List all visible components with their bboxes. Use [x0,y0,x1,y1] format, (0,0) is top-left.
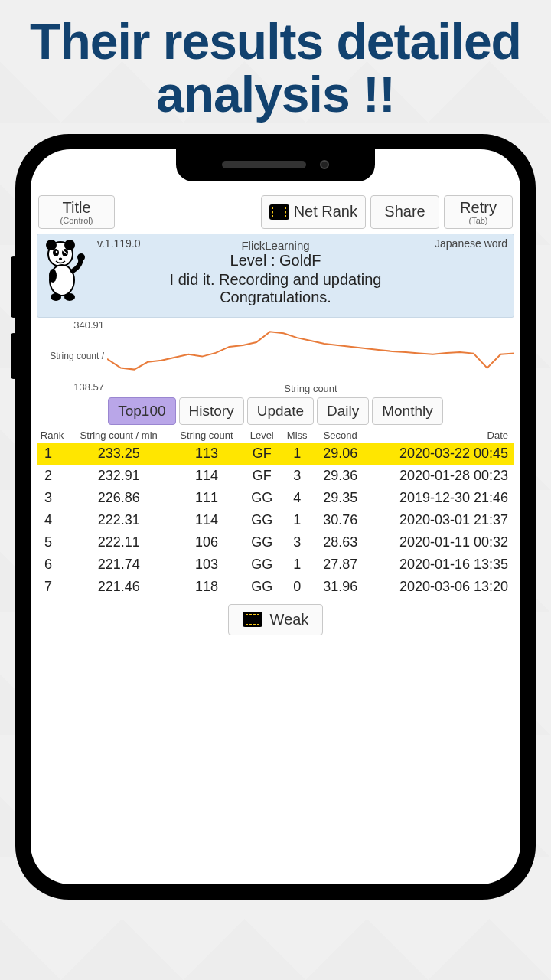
panda-mascot-icon [39,236,94,305]
tab-update[interactable]: Update [247,397,314,425]
promo-headline: Their results detailed analysis !! [0,0,551,129]
chart-y-axis: 340.91 String count / 138.57 [37,319,107,393]
svg-point-7 [59,257,62,260]
col-miss: Miss [281,428,314,443]
col-rank: Rank [37,428,67,443]
result-message: I did it. Recording and updating Congrat… [44,271,507,306]
phone-screen: Title (Control) Net Rank Share Retry (Ta… [31,149,520,884]
weak-button[interactable]: Weak [228,604,324,635]
result-info-panel: v.1.119.0 Japanese word FlickLearning Le… [37,234,514,318]
table-header-row: Rank String count / min String count Lev… [37,428,514,443]
svg-point-1 [46,240,57,250]
phone-notch [176,148,375,181]
retry-label: Retry [460,199,497,217]
svg-point-5 [56,250,58,253]
svg-point-12 [64,293,75,301]
retry-sub: (Tab) [468,217,487,225]
version-label: v.1.119.0 [97,237,141,250]
col-count: String count [170,428,243,443]
phone-frame: Title (Control) Net Rank Share Retry (Ta… [15,134,536,900]
col-second: Second [314,428,367,443]
table-row[interactable]: 2232.91114GF329.362020-01-28 00:23 [37,465,514,487]
results-table: Rank String count / min String count Lev… [37,428,514,598]
level-label: Level : GoldF [44,252,507,270]
weak-label: Weak [270,611,309,629]
chart-y-label: String count / [37,351,104,361]
svg-point-11 [51,293,61,301]
chart-y-min: 138.57 [37,381,104,393]
video-ad-icon [269,204,289,220]
col-date: Date [367,428,514,443]
share-button[interactable]: Share [370,195,439,229]
svg-point-2 [64,240,75,250]
table-row[interactable]: 1233.25113GF129.062020-03-22 00:45 [37,443,514,465]
table-row[interactable]: 3226.86111GG429.352019-12-30 21:46 [37,487,514,509]
col-level: Level [243,428,281,443]
chart-x-label: String count [107,383,514,394]
svg-point-10 [77,253,85,261]
tab-daily[interactable]: Daily [317,397,369,425]
share-label: Share [384,203,425,220]
tab-history[interactable]: History [179,397,244,425]
title-button[interactable]: Title (Control) [38,195,115,229]
net-rank-button[interactable]: Net Rank [261,195,366,229]
video-ad-icon [243,612,262,627]
svg-point-3 [53,249,59,256]
retry-button[interactable]: Retry (Tab) [444,195,513,229]
col-spm: String count / min [67,428,170,443]
tab-top100[interactable]: Top100 [108,397,175,425]
tab-monthly[interactable]: Monthly [372,397,443,425]
chart-svg [107,319,514,381]
table-row[interactable]: 6221.74103GG127.872020-01-16 13:35 [37,554,514,576]
svg-point-9 [49,269,57,283]
net-rank-label: Net Rank [294,203,357,220]
title-button-label: Title [62,199,90,217]
phone-side-button [11,256,17,318]
top-toolbar: Title (Control) Net Rank Share Retry (Ta… [37,194,514,234]
title-button-sub: (Control) [60,217,93,225]
chart-y-max: 340.91 [37,319,104,331]
language-label: Japanese word [435,237,507,250]
table-row[interactable]: 7221.46118GG031.962020-03-06 13:20 [37,576,514,598]
view-tabs: Top100HistoryUpdateDailyMonthly [37,397,514,425]
table-row[interactable]: 5222.11106GG328.632020-01-11 00:32 [37,531,514,554]
phone-side-button [11,333,17,379]
table-row[interactable]: 4222.31114GG130.762020-03-01 21:37 [37,509,514,531]
trend-chart: 340.91 String count / 138.57 String coun… [37,319,514,393]
